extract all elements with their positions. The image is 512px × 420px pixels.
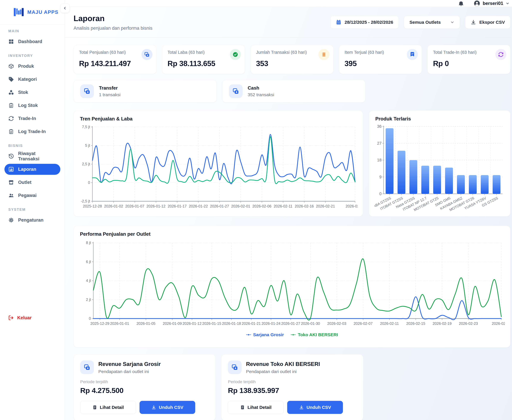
top-products-title: Produk Terlaris	[375, 116, 505, 122]
nav-section-system: SYSTEM	[8, 208, 60, 212]
sidebar-item-log-stok[interactable]: Log Stok	[4, 100, 60, 111]
svg-text:2026-01-22: 2026-01-22	[189, 204, 208, 208]
svg-text:2026-02-28: 2026-02-28	[346, 204, 358, 208]
svg-text:18: 18	[377, 158, 382, 162]
avatar	[474, 0, 480, 7]
revenue-row: Revenue Sarjana Grosir Pendapatan dari o…	[74, 354, 510, 420]
stat-card-item-terjual: Item Terjual (63 hari) 395	[339, 45, 422, 74]
stat-value: 395	[344, 59, 416, 68]
svg-text:2 jt: 2 jt	[86, 298, 91, 302]
svg-text:2026-01-27: 2026-01-27	[210, 204, 229, 208]
svg-text:0: 0	[89, 316, 91, 321]
brand-logo: MAJU APPS	[0, 0, 65, 24]
svg-text:7,5 jt: 7,5 jt	[82, 125, 90, 129]
legend-item[interactable]: Toko AKI BERSERI	[291, 332, 338, 337]
document-icon	[92, 405, 97, 410]
outlet-performance-chart: 8 jt6 jt4 jt2 jt02025-12-292026-01-01202…	[79, 238, 505, 329]
svg-text:2026-01-02: 2026-01-02	[104, 204, 123, 208]
svg-text:2025-12-29: 2025-12-29	[90, 321, 109, 326]
banknotes-icon	[229, 84, 243, 98]
svg-text:27: 27	[377, 141, 382, 146]
sidebar-item-laporan[interactable]: Laporan	[4, 164, 60, 175]
legend-item[interactable]: Sarjana Grosir	[246, 332, 284, 337]
download-csv-button[interactable]: Unduh CSV	[139, 401, 195, 414]
top-products-chart: 09182736KAYABA GTZ5SITOBAT GTZ5SNasa GTZ…	[374, 123, 505, 212]
refresh-icon	[495, 49, 506, 60]
svg-text:2025-12-28: 2025-12-28	[83, 204, 102, 208]
sidebar-item-stok[interactable]: Stok	[4, 87, 60, 98]
svg-text:2026-02-11: 2026-02-11	[274, 204, 292, 208]
download-icon	[151, 405, 156, 410]
download-icon	[299, 405, 304, 410]
svg-text:2026-01-24: 2026-01-24	[261, 321, 281, 326]
sidebar-item-outlet[interactable]: Outlet	[4, 177, 60, 188]
view-detail-button[interactable]: Lihat Detail	[228, 401, 284, 414]
banknotes-icon	[80, 84, 94, 98]
sidebar-item-kategori[interactable]: Kategori	[4, 74, 60, 85]
svg-text:2026-01-15: 2026-01-15	[202, 321, 221, 326]
svg-text:2026-02-06: 2026-02-06	[252, 204, 271, 208]
page-title: Laporan	[74, 14, 153, 23]
logout-button[interactable]: Keluar	[8, 315, 31, 321]
download-csv-button[interactable]: Unduh CSV	[287, 401, 343, 414]
payment-card-cash: Cash 352 transaksi	[222, 80, 365, 103]
sidebar-item-dashboard[interactable]: Dashboard	[4, 36, 60, 47]
sidebar-item-trade-in[interactable]: Trade-In	[4, 113, 60, 124]
date-range-picker[interactable]: 28/12/2025 - 28/02/2026	[330, 16, 399, 29]
document-icon	[240, 405, 245, 410]
nav-section-inventory: INVENTORY	[8, 54, 60, 58]
svg-text:6 jt: 6 jt	[86, 260, 91, 264]
stat-card-total-trade-in: Total Trade-In (63 hari) Rp 0	[428, 45, 510, 74]
svg-text:-2,5 jt: -2,5 jt	[81, 199, 90, 203]
svg-text:2026-02-03: 2026-02-03	[327, 321, 346, 326]
svg-text:2026-01-18: 2026-01-18	[222, 321, 241, 326]
view-detail-button[interactable]: Lihat Detail	[80, 401, 136, 414]
page-header: Laporan Analisis penjualan dan performa …	[65, 7, 512, 38]
page-subtitle: Analisis penjualan dan performa bisnis	[74, 26, 153, 31]
nav-section-bisnis: BISNIS	[8, 144, 60, 148]
svg-text:2026-02-23: 2026-02-23	[459, 321, 478, 326]
recycle-icon	[8, 116, 14, 121]
svg-text:4 jt: 4 jt	[86, 278, 91, 283]
svg-text:2026-02-21: 2026-02-21	[316, 204, 335, 208]
stat-value: 353	[256, 59, 328, 68]
list-icon	[318, 49, 329, 60]
package-icon	[8, 63, 14, 69]
notifications-bell-icon[interactable]	[458, 0, 464, 6]
nav-section-main: MAIN	[8, 29, 60, 33]
payment-methods-row: Transfer 1 transaksi Cash 352 transaksi	[74, 80, 510, 103]
sidebar-item-produk[interactable]: Produk	[4, 61, 60, 72]
stat-card-total-laba: Total Laba (63 hari) Rp 38.113.655	[162, 45, 245, 74]
svg-text:0: 0	[88, 180, 90, 185]
legend-marker-icon	[291, 334, 296, 336]
history-icon	[8, 153, 14, 159]
svg-text:2026-01-27: 2026-01-27	[281, 321, 300, 326]
outlet-filter-select[interactable]: Semua Outlets	[404, 16, 460, 29]
svg-text:5 jt: 5 jt	[85, 143, 90, 148]
svg-text:2026-01-05: 2026-01-05	[136, 321, 155, 326]
legend-marker-icon	[246, 334, 251, 336]
outlet-chart-legend: Sarjana GrosirToko AKI BERSERI	[79, 332, 505, 337]
sidebar-item-log-trade-in[interactable]: Log Trade-In	[4, 126, 60, 137]
top-products-card: Produk Terlaris 09182736KAYABA GTZ5SITOB…	[369, 111, 510, 217]
svg-text:9: 9	[379, 175, 382, 179]
stat-value: Rp 143.211.497	[79, 59, 151, 68]
clipboard-icon	[8, 103, 14, 108]
stat-value: Rp 0	[433, 59, 505, 68]
svg-text:2026-02-07: 2026-02-07	[354, 321, 373, 326]
sidebar-collapse-button[interactable]	[60, 4, 69, 13]
sidebar-item-riwayat-transaksi[interactable]: Riwayat Transaksi	[4, 151, 60, 162]
username: berseri01	[483, 1, 503, 6]
svg-text:2026-01-07: 2026-01-07	[125, 204, 144, 208]
export-csv-button[interactable]: Ekspor CSV	[465, 16, 510, 29]
svg-text:2026-01-30: 2026-01-30	[301, 321, 320, 326]
sidebar-nav: MAIN Dashboard INVENTORY Produk Kategori…	[0, 24, 65, 225]
sidebar-item-pengaturan[interactable]: Pengaturan	[4, 215, 60, 225]
svg-text:2026-01-17: 2026-01-17	[168, 204, 187, 208]
bookmark-check-icon	[407, 49, 418, 60]
main-area: berseri01 Laporan Analisis penjualan dan…	[65, 0, 512, 420]
trend-chart-card: Tren Penjualan & Laba 7,5 jt5 jt2,5 jt0-…	[74, 111, 363, 217]
user-menu[interactable]: berseri01	[474, 0, 510, 7]
download-icon	[471, 20, 476, 25]
sidebar-item-pegawai[interactable]: Pegawai	[4, 190, 60, 201]
